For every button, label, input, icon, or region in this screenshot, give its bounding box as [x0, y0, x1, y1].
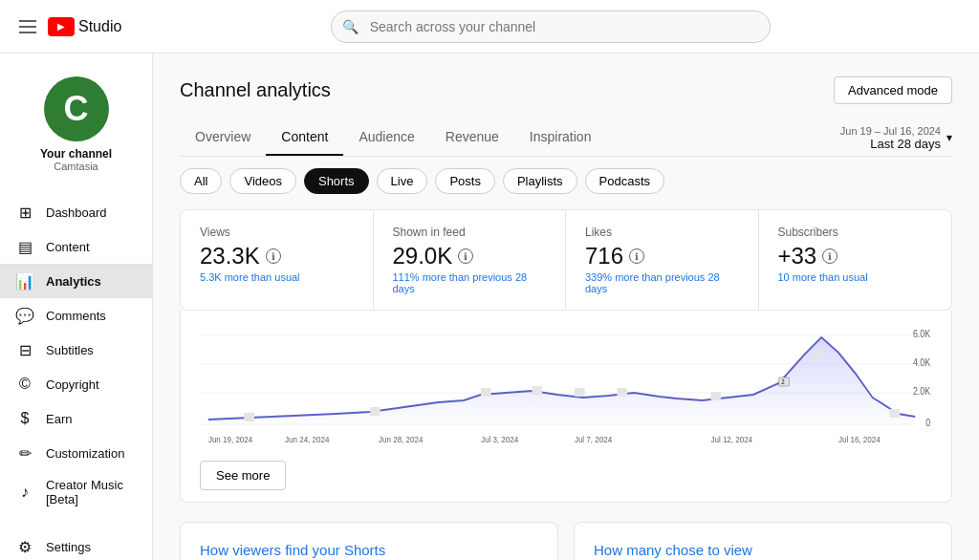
filter-live[interactable]: Live — [377, 168, 428, 194]
svg-rect-19 — [575, 388, 585, 397]
find-panel-title: How viewers find your Shorts — [200, 542, 538, 558]
subs-info-icon[interactable]: ℹ — [822, 248, 838, 264]
filter-playlists[interactable]: Playlists — [503, 168, 577, 194]
stat-likes-value: 716 ℹ — [585, 243, 739, 269]
svg-rect-17 — [481, 388, 491, 397]
date-range-sub: Last 28 days — [870, 137, 941, 151]
stat-feed: Shown in feed 29.0K ℹ 111% more than pre… — [374, 210, 567, 310]
sidebar-item-settings[interactable]: ⚙ Settings — [0, 529, 152, 560]
youtube-logo: Studio — [48, 17, 121, 36]
svg-rect-21 — [710, 392, 721, 400]
channel-avatar-section: C Your channel Camtasia — [0, 61, 152, 180]
chevron-down-icon: ▾ — [946, 131, 952, 144]
stat-subscribers-sub: 10 more than usual — [778, 271, 933, 283]
bottom-panels: How viewers find your Shorts Views · Las… — [180, 522, 952, 560]
page-header: Channel analytics Advanced mode — [180, 76, 952, 104]
avatar[interactable]: C — [44, 76, 109, 141]
tab-audience[interactable]: Audience — [343, 119, 429, 156]
topbar-left: Studio — [15, 16, 121, 37]
feed-info-icon[interactable]: ℹ — [458, 248, 473, 264]
sidebar-item-label: Creator Music [Beta] — [46, 478, 137, 506]
stat-feed-sub: 111% more than previous 28 days — [393, 271, 547, 294]
search-bar: 🔍 — [331, 11, 771, 43]
sidebar-item-label: Dashboard — [46, 205, 107, 220]
sidebar-item-label: Earn — [46, 412, 72, 426]
sidebar-item-earn[interactable]: $ Earn — [0, 401, 152, 436]
sidebar-item-analytics[interactable]: 📊 Analytics — [0, 264, 152, 298]
customization-icon: ✏ — [15, 443, 34, 463]
search-input[interactable] — [331, 11, 771, 43]
earn-icon: $ — [15, 409, 34, 428]
stat-views-label: Views — [200, 226, 354, 239]
chart-container: 6.0K 4.0K 2.0K 0 — [180, 311, 952, 503]
topbar: Studio 🔍 — [0, 0, 979, 54]
filter-videos[interactable]: Videos — [229, 168, 296, 194]
tab-overview[interactable]: Overview — [180, 119, 266, 156]
sidebar-item-label: Customization — [46, 446, 124, 461]
filter-shorts[interactable]: Shorts — [304, 168, 369, 194]
date-range-label: Jun 19 – Jul 16, 2024 — [840, 125, 941, 137]
view-panel-title: How many chose to view — [594, 542, 932, 558]
date-range-selector[interactable]: Jun 19 – Jul 16, 2024 Last 28 days ▾ — [840, 125, 952, 151]
sidebar-item-label: Copyright — [46, 377, 99, 392]
tab-content[interactable]: Content — [266, 119, 343, 156]
channel-name: Your channel — [40, 147, 112, 161]
svg-text:Jul 3, 2024: Jul 3, 2024 — [481, 435, 518, 445]
sidebar: C Your channel Camtasia ⊞ Dashboard ▤ Co… — [0, 54, 153, 560]
stat-likes-label: Likes — [585, 226, 739, 239]
svg-text:Jun 24, 2024: Jun 24, 2024 — [285, 435, 330, 445]
find-panel: How viewers find your Shorts Views · Las… — [180, 522, 558, 560]
svg-rect-15 — [244, 413, 254, 421]
sidebar-item-label: Analytics — [46, 274, 101, 289]
svg-rect-18 — [532, 386, 542, 395]
sidebar-item-comments[interactable]: 💬 Comments — [0, 298, 152, 333]
view-panel: How many chose to view Last 28 days 57.8… — [574, 522, 952, 560]
sidebar-item-dashboard[interactable]: ⊞ Dashboard — [0, 195, 152, 229]
svg-text:Jul 16, 2024: Jul 16, 2024 — [838, 435, 881, 445]
settings-icon: ⚙ — [15, 537, 34, 556]
stat-subscribers-value: +33 ℹ — [778, 243, 933, 269]
sidebar-item-creator-music[interactable]: ♪ Creator Music [Beta] — [0, 470, 152, 514]
svg-text:2.0K: 2.0K — [913, 385, 931, 397]
sidebar-item-content[interactable]: ▤ Content — [0, 229, 152, 264]
search-icon: 🔍 — [342, 19, 359, 34]
advanced-mode-button[interactable]: Advanced mode — [834, 76, 952, 104]
tabs-left: Overview Content Audience Revenue Inspir… — [180, 119, 606, 156]
sidebar-item-copyright[interactable]: © Copyright — [0, 367, 152, 401]
filter-row: All Videos Shorts Live Posts Playlists P… — [180, 168, 952, 194]
chart-svg-wrap: 6.0K 4.0K 2.0K 0 — [200, 326, 932, 453]
sidebar-item-label: Subtitles — [46, 343, 94, 357]
sidebar-item-customization[interactable]: ✏ Customization — [0, 436, 152, 470]
svg-rect-24 — [813, 350, 823, 358]
stat-subscribers: Subscribers +33 ℹ 10 more than usual — [759, 210, 952, 310]
sidebar-item-subtitles[interactable]: ⊟ Subtitles — [0, 333, 152, 367]
stat-likes: Likes 716 ℹ 339% more than previous 28 d… — [566, 210, 759, 310]
tab-revenue[interactable]: Revenue — [430, 119, 514, 156]
see-more-button[interactable]: See more — [200, 461, 286, 490]
copyright-icon: © — [15, 375, 34, 394]
stat-views-sub: 5.3K more than usual — [200, 271, 354, 283]
sidebar-item-label: Content — [46, 240, 90, 254]
svg-rect-16 — [370, 407, 381, 416]
page-title: Channel analytics — [180, 79, 331, 101]
channel-sub: Camtasia — [54, 161, 98, 172]
filter-podcasts[interactable]: Podcasts — [585, 168, 664, 194]
filter-all[interactable]: All — [180, 168, 222, 194]
tabs-row: Overview Content Audience Revenue Inspir… — [180, 119, 952, 157]
svg-text:Jul 7, 2024: Jul 7, 2024 — [575, 435, 612, 445]
date-range-inner: Jun 19 – Jul 16, 2024 Last 28 days — [840, 125, 941, 151]
filter-posts[interactable]: Posts — [435, 168, 495, 194]
creator-music-icon: ♪ — [15, 483, 34, 502]
content-icon: ▤ — [15, 237, 34, 256]
menu-button[interactable] — [15, 16, 40, 37]
tab-inspiration[interactable]: Inspiration — [514, 119, 607, 156]
stat-views: Views 23.3K ℹ 5.3K more than usual — [181, 210, 374, 310]
subtitles-icon: ⊟ — [15, 340, 34, 359]
svg-text:2: 2 — [781, 378, 785, 385]
stats-row: Views 23.3K ℹ 5.3K more than usual Shown… — [180, 209, 952, 311]
main-layout: C Your channel Camtasia ⊞ Dashboard ▤ Co… — [0, 54, 979, 560]
studio-label: Studio — [78, 18, 121, 35]
views-info-icon[interactable]: ℹ — [266, 248, 281, 264]
likes-info-icon[interactable]: ℹ — [629, 248, 644, 264]
comments-icon: 💬 — [15, 306, 34, 325]
